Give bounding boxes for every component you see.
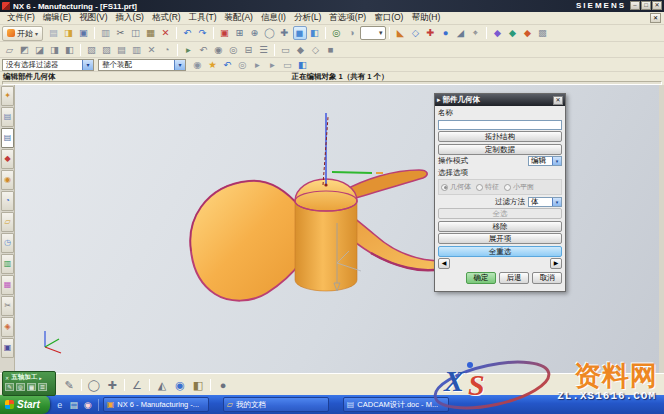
view-layout-select[interactable]: ▾ — [360, 26, 386, 40]
snap-angle-icon[interactable]: ∠ — [129, 377, 145, 393]
task-my-documents[interactable]: ▱ 我的文档 — [223, 397, 329, 412]
tools-tab[interactable]: ✂ — [1, 296, 14, 316]
paste-object-icon[interactable]: ▥ — [130, 43, 144, 57]
datum-csys-icon[interactable]: ✚ — [424, 26, 438, 40]
delete-icon[interactable]: ✕ — [159, 26, 173, 40]
mini-pencil-icon[interactable]: ✎ — [5, 383, 14, 391]
document-close-icon[interactable]: ✕ — [650, 13, 661, 23]
snap-enable-icon[interactable]: ✎ — [61, 377, 77, 393]
machine-tool-navigator-tab[interactable]: ◉ — [1, 170, 14, 190]
roles-tab[interactable]: ◈ — [1, 317, 14, 337]
assembly-navigator-tab[interactable]: ✦ — [1, 86, 14, 106]
expand-item-button[interactable]: 展开项 — [438, 233, 562, 244]
transform-icon[interactable]: ◔ — [160, 43, 174, 57]
sketch-icon[interactable]: ◣ — [394, 26, 408, 40]
custom-data-button[interactable]: 定制数据 — [438, 144, 562, 155]
operation-mode-dropdown[interactable]: 编辑 ▾ — [528, 156, 562, 166]
create-method-icon[interactable]: ◨ — [48, 43, 62, 57]
tool-display-icon[interactable]: ◇ — [309, 43, 323, 57]
print-icon[interactable]: ▥ — [99, 26, 113, 40]
maximize-icon[interactable]: □ — [641, 1, 651, 10]
copy-icon[interactable]: ◫ — [129, 26, 143, 40]
visualization-tab[interactable]: ▦ — [1, 275, 14, 295]
task-word-doc[interactable]: ▤ CADCAM设计.doc - M... — [343, 397, 449, 412]
remove-button[interactable]: 移除 — [438, 221, 562, 232]
task-nx[interactable]: ▣ NX 6 - Manufacturing -... — [103, 397, 209, 412]
create-geometry-icon[interactable]: ◪ — [33, 43, 47, 57]
paste-icon[interactable]: ▦ — [144, 26, 158, 40]
snap-circle-icon[interactable]: ◯ — [86, 377, 102, 393]
mini-grid-icon[interactable]: ▦ — [27, 383, 36, 391]
workpiece-icon[interactable]: ■ — [324, 43, 338, 57]
menu-item[interactable]: 信息(I) — [257, 11, 290, 25]
point-icon[interactable]: ● — [439, 26, 453, 40]
ok-button[interactable]: 确定 — [466, 272, 496, 284]
history-tab[interactable]: ◷ — [1, 233, 14, 253]
snap-angle-icon[interactable]: ◆ — [491, 26, 505, 40]
snap-edge-icon[interactable]: ◆ — [521, 26, 535, 40]
minimize-icon[interactable]: – — [630, 1, 640, 10]
prev-arrow-button[interactable]: ◀ — [438, 258, 450, 269]
templates-tab[interactable]: ▱ — [1, 212, 14, 232]
radio-option[interactable]: 小平面 — [504, 182, 534, 192]
rotate-view-icon[interactable]: ◯ — [263, 26, 277, 40]
name-input[interactable] — [438, 120, 562, 130]
edit-object-display-icon[interactable]: ◑ — [345, 26, 359, 40]
solid-select-icon[interactable]: ◧ — [296, 58, 310, 72]
pan-view-icon[interactable]: ✚ — [278, 26, 292, 40]
prev-selection-icon[interactable]: ▸ — [251, 58, 265, 72]
datum-plane-icon[interactable]: ◇ — [409, 26, 423, 40]
fit-view-icon[interactable]: ⊞ — [233, 26, 247, 40]
highlight-icon[interactable]: ◎ — [236, 58, 250, 72]
back-button[interactable]: 后退 — [499, 272, 529, 284]
radio-option[interactable]: 几何体 — [441, 182, 471, 192]
cancel-button[interactable]: 取消 — [532, 272, 562, 284]
mini-list-icon[interactable]: ☰ — [38, 383, 47, 391]
quick-launch-media[interactable]: ◉ — [82, 399, 94, 411]
close-icon[interactable]: ✕ — [652, 1, 662, 10]
topology-button[interactable]: 拓扑结构 — [438, 131, 562, 142]
menu-item[interactable]: 分析(L) — [290, 11, 325, 25]
list-output-icon[interactable]: ▭ — [279, 43, 293, 57]
five-axis-float-toolbar[interactable]: ✕ 五轴加工 ▸ ✎◎▦☰ — [2, 371, 56, 396]
quick-launch-ie[interactable]: e — [54, 399, 66, 411]
process-assistant-tab[interactable]: ◔ — [1, 191, 14, 211]
menu-item[interactable]: 窗口(O) — [370, 11, 407, 25]
generate-toolpath-icon[interactable]: ▸ — [182, 43, 196, 57]
float-close-icon[interactable]: ✕ — [5, 375, 9, 381]
machine-display-icon[interactable]: ◆ — [294, 43, 308, 57]
replay-toolpath-icon[interactable]: ↶ — [197, 43, 211, 57]
snap-point-icon[interactable]: ✚ — [104, 377, 120, 393]
next-arrow-button[interactable]: ▶ — [550, 258, 562, 269]
materials-icon[interactable]: ▩ — [536, 26, 550, 40]
start-button[interactable]: Start — [0, 395, 50, 414]
edit-object-icon[interactable]: ▧ — [85, 43, 99, 57]
quick-launch-desktop[interactable]: ▤ — [68, 399, 80, 411]
menu-item[interactable]: 格式(R) — [148, 11, 185, 25]
line-icon[interactable]: ◢ — [454, 26, 468, 40]
post-process-icon[interactable]: ⊟ — [242, 43, 256, 57]
snap-face-icon[interactable]: ◆ — [506, 26, 520, 40]
snap-quadrant-icon[interactable]: ◉ — [172, 377, 188, 393]
operation-navigator-tab[interactable]: ◆ — [1, 149, 14, 169]
graphics-viewport[interactable]: ▸ 部件几何体 ✕ 名称 拓扑结构 定制数据 操作模式 编辑 ▾ — [15, 85, 659, 373]
new-file-icon[interactable]: ▤ — [47, 26, 61, 40]
open-file-icon[interactable]: ◨ — [62, 26, 76, 40]
selection-scope-dropdown[interactable]: 整个装配 ▾ — [98, 59, 186, 71]
refresh-view-icon[interactable]: ▣ — [218, 26, 232, 40]
dialog-titlebar[interactable]: ▸ 部件几何体 ✕ — [435, 94, 565, 106]
constraint-navigator-tab[interactable]: ▤ — [1, 107, 14, 127]
next-selection-icon[interactable]: ▸ — [266, 58, 280, 72]
rect-select-icon[interactable]: ▭ — [281, 58, 295, 72]
selection-filter-dropdown[interactable]: 没有选择过滤器 ▾ — [2, 59, 94, 71]
perspective-icon[interactable]: ◎ — [330, 26, 344, 40]
back-icon[interactable]: ↶ — [221, 58, 235, 72]
menu-item[interactable]: 文件(F) — [3, 11, 39, 25]
verify-toolpath-icon[interactable]: ◉ — [212, 43, 226, 57]
favorites-icon[interactable]: ★ — [206, 58, 220, 72]
menu-item[interactable]: 插入(S) — [112, 11, 148, 25]
simulate-icon[interactable]: ◎ — [227, 43, 241, 57]
display-mode-icon[interactable]: ◧ — [308, 26, 322, 40]
system-materials-tab[interactable]: ▥ — [1, 254, 14, 274]
general-selection-icon[interactable]: ◉ — [191, 58, 205, 72]
